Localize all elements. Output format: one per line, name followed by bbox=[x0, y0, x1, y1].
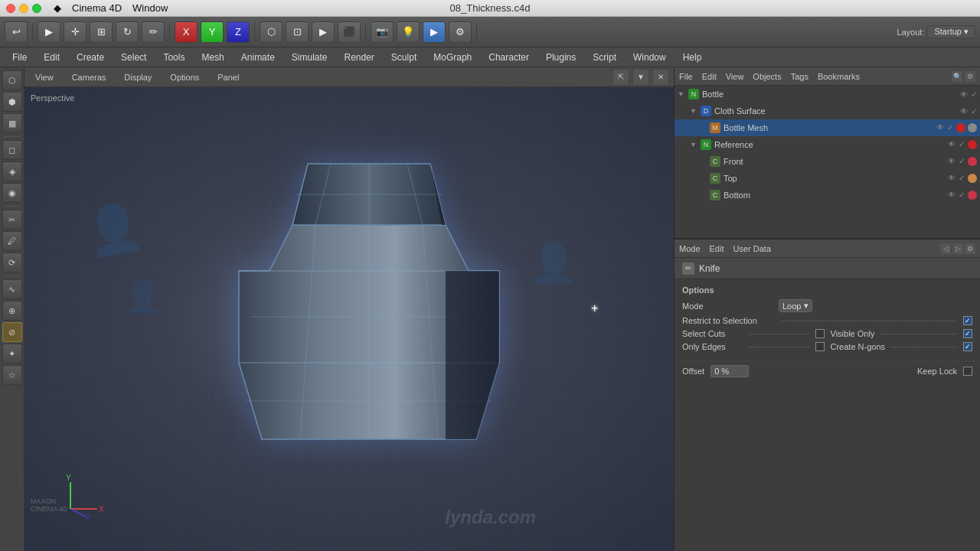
display-tab[interactable]: Display bbox=[118, 71, 158, 83]
front-lock[interactable]: ✓ bbox=[959, 157, 965, 166]
prop-nav-icon[interactable]: ▷ bbox=[952, 243, 963, 254]
view-tab[interactable]: View bbox=[29, 71, 60, 83]
left-btn-6[interactable]: ◉ bbox=[2, 183, 22, 203]
select-btn[interactable]: ▶ bbox=[38, 21, 60, 43]
obj-file-btn[interactable]: File bbox=[679, 72, 693, 81]
bottom-lock[interactable]: ✓ bbox=[959, 191, 965, 200]
top-vis[interactable]: 👁 bbox=[948, 174, 956, 183]
edit-tab[interactable]: Edit bbox=[710, 244, 724, 253]
obj-options-icon[interactable]: ⚙ bbox=[965, 71, 975, 82]
mesh-lock-icon[interactable]: ✓ bbox=[947, 123, 953, 132]
layout-select[interactable]: Startup ▾ bbox=[927, 25, 975, 38]
cameras-tab[interactable]: Cameras bbox=[66, 71, 113, 83]
mode-tab[interactable]: Mode bbox=[679, 244, 701, 253]
render-btn[interactable]: ▶ bbox=[423, 21, 446, 43]
tree-item-bottle[interactable]: ▼ N Bottle 👁 ✓ bbox=[675, 86, 980, 103]
restrict-checkbox[interactable]: ✓ bbox=[963, 316, 972, 325]
tree-item-bottle-mesh[interactable]: M Bottle Mesh 👁 ✓ bbox=[675, 119, 980, 136]
scale-btn[interactable]: ⊞ bbox=[90, 21, 113, 43]
visible-only-checkbox[interactable]: ✓ bbox=[963, 329, 972, 338]
edit-menu[interactable]: Edit bbox=[36, 51, 67, 64]
left-btn-10[interactable]: ∿ bbox=[2, 279, 22, 299]
tree-item-cloth-surface[interactable]: ▼ D Cloth Surface 👁 ✓ bbox=[675, 103, 980, 119]
keep-lock-checkbox[interactable] bbox=[963, 367, 972, 376]
left-btn-12[interactable]: ⊘ bbox=[2, 322, 22, 342]
obj-btn[interactable]: ⬡ bbox=[260, 21, 283, 43]
simulate-menu[interactable]: Simulate bbox=[284, 51, 335, 64]
object-tree[interactable]: ▼ N Bottle 👁 ✓ ▼ D Cloth Surface 👁 ✓ bbox=[675, 86, 980, 239]
character-menu[interactable]: Character bbox=[481, 51, 537, 64]
minimize-button[interactable] bbox=[19, 4, 28, 13]
mode-select[interactable]: Loop ▾ bbox=[779, 299, 812, 312]
left-btn-2[interactable]: ⬢ bbox=[2, 92, 22, 112]
left-btn-5[interactable]: ◈ bbox=[2, 161, 22, 181]
app-name-menu[interactable]: Cinema 4D bbox=[72, 2, 122, 14]
window-menu2[interactable]: Window bbox=[626, 51, 674, 64]
move-btn[interactable]: ✛ bbox=[64, 21, 87, 43]
bottle-vis-icon[interactable]: 👁 bbox=[960, 90, 968, 99]
panel-tab[interactable]: Panel bbox=[211, 71, 245, 83]
front-vis[interactable]: 👁 bbox=[948, 157, 956, 166]
apple-menu[interactable]: ◆ bbox=[54, 2, 61, 14]
tree-item-front[interactable]: C Front 👁 ✓ bbox=[675, 153, 980, 170]
vp-fit-btn[interactable]: ⇱ bbox=[612, 69, 629, 86]
only-edges-checkbox[interactable] bbox=[815, 342, 825, 351]
animate-menu[interactable]: Animate bbox=[234, 51, 283, 64]
options-tab[interactable]: Options bbox=[164, 71, 205, 83]
light-btn[interactable]: 💡 bbox=[397, 21, 420, 43]
left-btn-1[interactable]: ⬡ bbox=[2, 70, 22, 90]
script-menu[interactable]: Script bbox=[585, 51, 624, 64]
left-btn-3[interactable]: ▦ bbox=[2, 113, 22, 133]
select-menu[interactable]: Select bbox=[113, 51, 154, 64]
window-controls[interactable] bbox=[6, 4, 41, 13]
obj-objects-btn[interactable]: Objects bbox=[753, 72, 781, 81]
anim-btn[interactable]: ⊡ bbox=[286, 21, 309, 43]
mograph-menu[interactable]: MoGraph bbox=[426, 51, 479, 64]
bottom-vis[interactable]: 👁 bbox=[948, 191, 956, 200]
left-btn-4[interactable]: ◻ bbox=[2, 140, 22, 160]
stop-btn[interactable]: ⬛ bbox=[338, 21, 361, 43]
plugins-menu[interactable]: Plugins bbox=[538, 51, 583, 64]
select-cuts-checkbox[interactable] bbox=[815, 329, 825, 338]
viewport-canvas[interactable]: Perspective 👤 👤 👤 bbox=[24, 87, 674, 551]
obj-view-btn[interactable]: View bbox=[726, 72, 744, 81]
prop-settings-icon[interactable]: ⚙ bbox=[965, 243, 975, 254]
left-btn-8[interactable]: 🖊 bbox=[2, 231, 22, 251]
maximize-button[interactable] bbox=[32, 4, 41, 13]
help-menu[interactable]: Help bbox=[675, 51, 710, 64]
render-menu[interactable]: Render bbox=[337, 51, 382, 64]
undo-btn[interactable]: ↩ bbox=[5, 21, 28, 43]
file-menu[interactable]: File bbox=[5, 51, 34, 64]
tree-item-bottom[interactable]: C Bottom 👁 ✓ bbox=[675, 187, 980, 204]
mesh-vis-icon[interactable]: 👁 bbox=[936, 123, 944, 132]
left-btn-9[interactable]: ⟳ bbox=[2, 253, 22, 272]
vp-cam-btn[interactable]: ▼ bbox=[632, 69, 649, 86]
create-ngons-checkbox[interactable]: ✓ bbox=[963, 342, 972, 351]
create-menu[interactable]: Create bbox=[69, 51, 112, 64]
mesh-menu[interactable]: Mesh bbox=[194, 51, 231, 64]
ref-lock-icon[interactable]: ✓ bbox=[959, 140, 965, 149]
obj-search-icon[interactable]: 🔍 bbox=[952, 71, 962, 82]
user-data-tab[interactable]: User Data bbox=[733, 244, 772, 253]
options-btn2[interactable]: ⚙ bbox=[449, 21, 472, 43]
x-axis-btn[interactable]: X bbox=[175, 21, 198, 43]
tools-menu[interactable]: Tools bbox=[155, 51, 192, 64]
close-button[interactable] bbox=[6, 4, 15, 13]
left-btn-13[interactable]: ✦ bbox=[2, 344, 22, 364]
cloth-lock-icon[interactable]: ✓ bbox=[971, 107, 977, 116]
obj-tags-btn[interactable]: Tags bbox=[791, 72, 808, 81]
left-btn-11[interactable]: ⊕ bbox=[2, 301, 22, 321]
tree-item-top[interactable]: C Top 👁 ✓ bbox=[675, 170, 980, 187]
offset-input[interactable] bbox=[710, 365, 749, 377]
bottle-lock-icon[interactable]: ✓ bbox=[971, 90, 977, 99]
ref-vis-icon[interactable]: 👁 bbox=[948, 140, 956, 149]
tree-item-reference[interactable]: ▼ N Reference 👁 ✓ bbox=[675, 136, 980, 153]
obj-bookmarks-btn[interactable]: Bookmarks bbox=[818, 72, 860, 81]
cloth-vis-icon[interactable]: 👁 bbox=[960, 107, 968, 116]
y-axis-btn[interactable]: Y bbox=[201, 21, 224, 43]
prop-search-icon[interactable]: ◁ bbox=[940, 243, 951, 254]
rotate-btn[interactable]: ↻ bbox=[116, 21, 139, 43]
obj-edit-btn[interactable]: Edit bbox=[702, 72, 717, 81]
left-btn-7[interactable]: ✂ bbox=[2, 210, 22, 230]
knife-btn[interactable]: ✏ bbox=[142, 21, 165, 43]
